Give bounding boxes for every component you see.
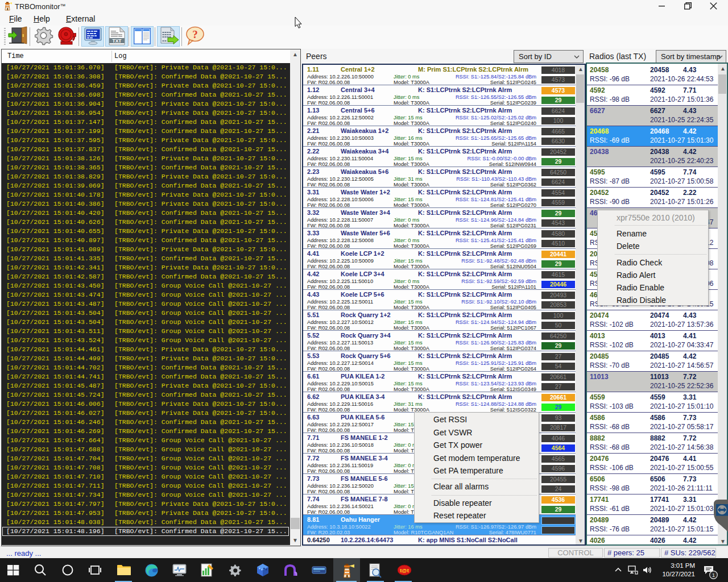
svg-text:TXT: TXT bbox=[112, 38, 122, 44]
svg-text:t@t: t@t bbox=[400, 567, 409, 573]
svg-text:?: ? bbox=[192, 28, 198, 40]
svg-text:1: 1 bbox=[712, 572, 715, 578]
